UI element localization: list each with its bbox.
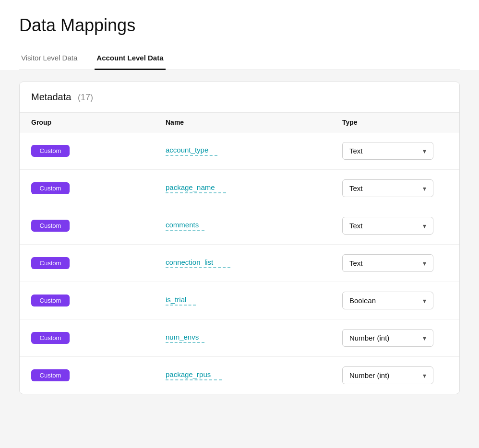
table-row: Custompackage_rpusNumber (int)▾ [20,357,459,394]
name-underline-4 [166,305,196,306]
name-link-0[interactable]: account_type [166,146,342,154]
chevron-down-icon-1: ▾ [423,185,426,192]
type-label-5: Number (int) [349,334,389,342]
type-cell-4: Boolean▾ [342,292,448,309]
card-header: Metadata (17) [20,82,459,113]
chevron-down-icon-6: ▾ [423,372,426,379]
main-content: Metadata (17) Group Name Type Customacco… [0,70,479,448]
group-cell-2: Custom [31,220,166,232]
group-cell-3: Custom [31,257,166,269]
chevron-down-icon-0: ▾ [423,147,426,155]
group-cell-4: Custom [31,295,166,307]
type-label-2: Text [349,222,363,230]
type-cell-2: Text▾ [342,217,448,235]
table-row: Customconnection_listText▾ [20,245,459,282]
table-row: CustomcommentsText▾ [20,207,459,245]
group-cell-5: Custom [31,332,166,344]
name-link-1[interactable]: package_name [166,183,342,191]
table-body: Customaccount_typeText▾Custompackage_nam… [20,132,459,394]
name-underline-3 [166,267,230,268]
name-underline-5 [166,342,204,343]
chevron-down-icon-5: ▾ [423,334,426,342]
group-badge-0: Custom [31,145,70,157]
group-cell-6: Custom [31,369,166,381]
name-underline-1 [166,192,226,193]
column-header-name: Name [166,118,342,126]
type-select-5[interactable]: Number (int)▾ [342,329,433,347]
chevron-down-icon-3: ▾ [423,259,426,267]
name-link-3[interactable]: connection_list [166,258,342,266]
type-cell-1: Text▾ [342,179,448,197]
type-select-0[interactable]: Text▾ [342,142,433,160]
name-underline-0 [166,155,217,156]
page-header: Data Mappings Visitor Level Data Account… [0,0,479,70]
page-title: Data Mappings [19,15,460,35]
type-cell-6: Number (int)▾ [342,366,448,384]
type-label-6: Number (int) [349,371,389,379]
tab-visitor[interactable]: Visitor Level Data [19,49,79,70]
type-label-1: Text [349,184,363,192]
table-row: Customis_trialBoolean▾ [20,282,459,319]
name-link-6[interactable]: package_rpus [166,370,342,378]
group-badge-1: Custom [31,182,70,194]
chevron-down-icon-4: ▾ [423,297,426,305]
group-cell-1: Custom [31,182,166,194]
type-select-1[interactable]: Text▾ [342,179,433,197]
name-cell-6: package_rpus [166,370,342,380]
group-badge-5: Custom [31,332,70,344]
name-cell-4: is_trial [166,295,342,306]
type-label-3: Text [349,259,363,267]
name-link-4[interactable]: is_trial [166,295,342,304]
name-cell-1: package_name [166,183,342,193]
metadata-count: (17) [78,93,93,102]
column-header-type: Type [342,118,448,126]
table-header: Group Name Type [20,113,459,132]
tab-account[interactable]: Account Level Data [95,49,165,70]
type-label-4: Boolean [349,296,376,305]
type-select-2[interactable]: Text▾ [342,217,433,235]
type-label-0: Text [349,147,363,155]
name-cell-5: num_envs [166,333,342,343]
chevron-down-icon-2: ▾ [423,222,426,230]
table-row: Custompackage_nameText▾ [20,170,459,207]
name-link-2[interactable]: comments [166,221,342,229]
table-row: Customnum_envsNumber (int)▾ [20,319,459,357]
type-cell-5: Number (int)▾ [342,329,448,347]
name-cell-0: account_type [166,146,342,156]
metadata-card: Metadata (17) Group Name Type Customacco… [19,82,460,394]
metadata-title: Metadata (17) [31,92,93,102]
name-cell-3: connection_list [166,258,342,268]
group-cell-0: Custom [31,145,166,157]
type-select-4[interactable]: Boolean▾ [342,292,433,309]
name-cell-2: comments [166,221,342,231]
group-badge-4: Custom [31,295,70,307]
type-cell-3: Text▾ [342,254,448,272]
type-select-3[interactable]: Text▾ [342,254,433,272]
group-badge-6: Custom [31,369,70,381]
name-underline-6 [166,379,222,380]
name-link-5[interactable]: num_envs [166,333,342,341]
group-badge-3: Custom [31,257,70,269]
type-select-6[interactable]: Number (int)▾ [342,366,433,384]
table-row: Customaccount_typeText▾ [20,132,459,170]
group-badge-2: Custom [31,220,70,232]
type-cell-0: Text▾ [342,142,448,160]
name-underline-2 [166,230,204,231]
column-header-group: Group [31,118,166,126]
tabs-container: Visitor Level Data Account Level Data [19,49,460,70]
